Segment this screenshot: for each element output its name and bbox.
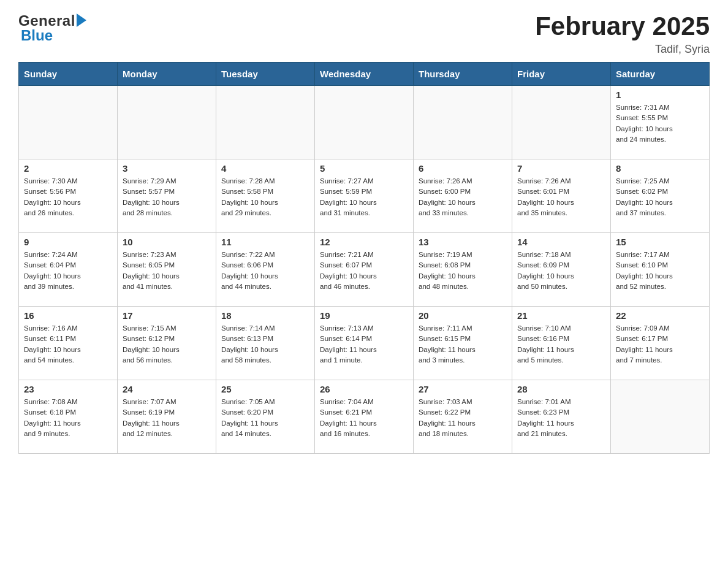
calendar-cell: 7Sunrise: 7:26 AMSunset: 6:01 PMDaylight… [512,159,611,233]
weekday-header-monday: Monday [118,63,216,86]
day-number: 9 [24,237,112,247]
day-number: 21 [517,310,605,321]
calendar-table: SundayMondayTuesdayWednesdayThursdayFrid… [18,62,710,454]
calendar-cell [216,86,315,159]
calendar-cell: 11Sunrise: 7:22 AMSunset: 6:06 PMDayligh… [216,233,315,307]
calendar-cell: 14Sunrise: 7:18 AMSunset: 6:09 PMDayligh… [512,233,611,307]
day-info: Sunrise: 7:27 AMSunset: 5:59 PMDaylight:… [320,176,408,218]
calendar-cell: 22Sunrise: 7:09 AMSunset: 6:17 PMDayligh… [611,307,710,380]
svg-marker-0 [77,13,86,27]
day-info: Sunrise: 7:17 AMSunset: 6:10 PMDaylight:… [616,250,704,292]
week-row-1: 1Sunrise: 7:31 AMSunset: 5:55 PMDaylight… [19,86,710,159]
location-title: Tadif, Syria [535,43,710,56]
day-number: 2 [24,163,112,174]
weekday-header-friday: Friday [512,63,611,86]
calendar-cell: 3Sunrise: 7:29 AMSunset: 5:57 PMDaylight… [118,159,216,233]
day-info: Sunrise: 7:22 AMSunset: 6:06 PMDaylight:… [221,250,309,292]
day-info: Sunrise: 7:01 AMSunset: 6:23 PMDaylight:… [517,397,605,439]
day-number: 11 [221,237,309,247]
day-info: Sunrise: 7:29 AMSunset: 5:57 PMDaylight:… [123,176,211,218]
day-number: 12 [320,237,408,247]
day-number: 4 [221,163,309,174]
weekday-header-row: SundayMondayTuesdayWednesdayThursdayFrid… [19,63,710,86]
week-row-4: 16Sunrise: 7:16 AMSunset: 6:11 PMDayligh… [19,307,710,380]
day-number: 16 [24,310,112,321]
weekday-header-thursday: Thursday [414,63,512,86]
day-info: Sunrise: 7:15 AMSunset: 6:12 PMDaylight:… [123,323,211,366]
calendar-cell [315,86,414,159]
calendar-cell: 16Sunrise: 7:16 AMSunset: 6:11 PMDayligh… [19,307,118,380]
calendar-cell: 13Sunrise: 7:19 AMSunset: 6:08 PMDayligh… [414,233,512,307]
title-block: February 2025 Tadif, Syria [535,12,710,56]
day-number: 18 [221,310,309,321]
day-info: Sunrise: 7:26 AMSunset: 6:00 PMDaylight:… [419,176,507,218]
calendar-cell: 6Sunrise: 7:26 AMSunset: 6:00 PMDaylight… [414,159,512,233]
calendar-cell [118,86,216,159]
day-number: 13 [419,237,507,247]
day-number: 26 [320,384,408,394]
day-info: Sunrise: 7:07 AMSunset: 6:19 PMDaylight:… [123,397,211,439]
day-info: Sunrise: 7:09 AMSunset: 6:17 PMDaylight:… [616,323,704,366]
calendar-cell: 25Sunrise: 7:05 AMSunset: 6:20 PMDayligh… [216,380,315,454]
day-info: Sunrise: 7:10 AMSunset: 6:16 PMDaylight:… [517,323,605,366]
page-header: General Blue February 2025 Tadif, Syria [18,12,710,56]
day-info: Sunrise: 7:11 AMSunset: 6:15 PMDaylight:… [419,323,507,366]
day-number: 14 [517,237,605,247]
day-number: 7 [517,163,605,174]
day-number: 10 [123,237,211,247]
day-info: Sunrise: 7:13 AMSunset: 6:14 PMDaylight:… [320,323,408,366]
calendar-cell: 4Sunrise: 7:28 AMSunset: 5:58 PMDaylight… [216,159,315,233]
day-number: 27 [419,384,507,394]
calendar-cell [19,86,118,159]
day-number: 22 [616,310,704,321]
calendar-cell: 10Sunrise: 7:23 AMSunset: 6:05 PMDayligh… [118,233,216,307]
day-number: 1 [616,90,704,100]
logo-arrow-icon [77,13,86,29]
logo: General Blue [18,12,86,44]
weekday-header-tuesday: Tuesday [216,63,315,86]
day-number: 15 [616,237,704,247]
day-info: Sunrise: 7:03 AMSunset: 6:22 PMDaylight:… [419,397,507,439]
calendar-cell: 5Sunrise: 7:27 AMSunset: 5:59 PMDaylight… [315,159,414,233]
day-number: 8 [616,163,704,174]
logo-blue-text: Blue [21,27,53,44]
day-info: Sunrise: 7:16 AMSunset: 6:11 PMDaylight:… [24,323,112,366]
calendar-cell [512,86,611,159]
day-number: 6 [419,163,507,174]
calendar-cell [611,380,710,454]
week-row-2: 2Sunrise: 7:30 AMSunset: 5:56 PMDaylight… [19,159,710,233]
calendar-cell: 2Sunrise: 7:30 AMSunset: 5:56 PMDaylight… [19,159,118,233]
day-info: Sunrise: 7:19 AMSunset: 6:08 PMDaylight:… [419,250,507,292]
calendar-cell: 19Sunrise: 7:13 AMSunset: 6:14 PMDayligh… [315,307,414,380]
weekday-header-sunday: Sunday [19,63,118,86]
calendar-cell: 24Sunrise: 7:07 AMSunset: 6:19 PMDayligh… [118,380,216,454]
day-info: Sunrise: 7:08 AMSunset: 6:18 PMDaylight:… [24,397,112,439]
calendar-cell [414,86,512,159]
weekday-header-wednesday: Wednesday [315,63,414,86]
day-number: 19 [320,310,408,321]
day-info: Sunrise: 7:25 AMSunset: 6:02 PMDaylight:… [616,176,704,218]
week-row-3: 9Sunrise: 7:24 AMSunset: 6:04 PMDaylight… [19,233,710,307]
day-info: Sunrise: 7:26 AMSunset: 6:01 PMDaylight:… [517,176,605,218]
calendar-cell: 27Sunrise: 7:03 AMSunset: 6:22 PMDayligh… [414,380,512,454]
calendar-cell: 9Sunrise: 7:24 AMSunset: 6:04 PMDaylight… [19,233,118,307]
calendar-cell: 21Sunrise: 7:10 AMSunset: 6:16 PMDayligh… [512,307,611,380]
day-info: Sunrise: 7:18 AMSunset: 6:09 PMDaylight:… [517,250,605,292]
day-info: Sunrise: 7:31 AMSunset: 5:55 PMDaylight:… [616,102,704,145]
calendar-cell: 1Sunrise: 7:31 AMSunset: 5:55 PMDaylight… [611,86,710,159]
day-number: 20 [419,310,507,321]
day-number: 3 [123,163,211,174]
calendar-cell: 28Sunrise: 7:01 AMSunset: 6:23 PMDayligh… [512,380,611,454]
day-info: Sunrise: 7:05 AMSunset: 6:20 PMDaylight:… [221,397,309,439]
calendar-cell: 20Sunrise: 7:11 AMSunset: 6:15 PMDayligh… [414,307,512,380]
day-number: 28 [517,384,605,394]
calendar-cell: 17Sunrise: 7:15 AMSunset: 6:12 PMDayligh… [118,307,216,380]
week-row-5: 23Sunrise: 7:08 AMSunset: 6:18 PMDayligh… [19,380,710,454]
calendar-cell: 18Sunrise: 7:14 AMSunset: 6:13 PMDayligh… [216,307,315,380]
calendar-cell: 8Sunrise: 7:25 AMSunset: 6:02 PMDaylight… [611,159,710,233]
day-info: Sunrise: 7:21 AMSunset: 6:07 PMDaylight:… [320,250,408,292]
day-number: 23 [24,384,112,394]
weekday-header-saturday: Saturday [611,63,710,86]
day-number: 5 [320,163,408,174]
day-info: Sunrise: 7:30 AMSunset: 5:56 PMDaylight:… [24,176,112,218]
